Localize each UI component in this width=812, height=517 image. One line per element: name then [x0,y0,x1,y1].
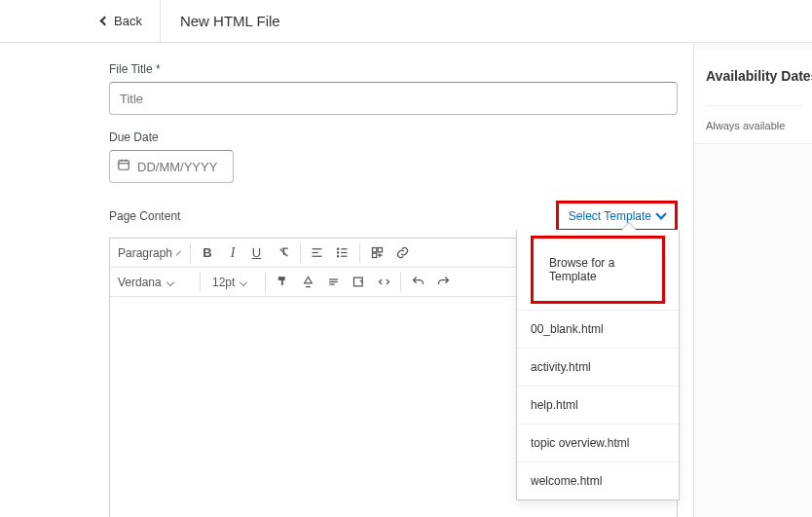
sidebar: Availability Dates Always available [693,43,812,517]
svg-point-8 [337,252,338,253]
clear-format-button[interactable] [271,240,296,266]
highlight-button[interactable] [295,270,320,295]
svg-rect-14 [378,248,382,252]
paint-button[interactable] [270,270,295,295]
back-button[interactable]: Back [0,0,161,42]
sidebar-heading: Availability Dates [706,68,802,84]
calendar-icon [117,158,130,171]
sidebar-status: Always available [706,105,802,131]
template-dropdown: Browse for a Template 00_blank.html acti… [516,230,680,500]
svg-point-7 [337,248,338,249]
align-button[interactable] [305,240,330,266]
select-template-label: Select Template [569,209,651,223]
undo-button[interactable] [405,270,430,295]
list-button[interactable] [330,240,355,266]
font-select[interactable]: Verdana [110,270,196,295]
chevron-left-icon [100,17,110,26]
bold-button[interactable]: B [195,240,220,266]
back-label: Back [114,14,142,28]
select-template-button[interactable]: Select Template [559,203,675,229]
italic-button[interactable]: I [220,240,245,266]
svg-rect-15 [372,253,376,257]
size-select[interactable]: 12pt [204,270,261,295]
due-date-label: Due Date [109,130,678,144]
page-content-label: Page Content [109,209,180,223]
dd-item-3[interactable]: topic overview.html [517,424,679,462]
page-title: New HTML File [161,13,280,29]
svg-point-9 [337,256,338,257]
dd-browse[interactable]: Browse for a Template [517,236,679,304]
insert-stuff-button[interactable] [364,240,389,266]
file-title-label: File Title * [109,62,678,76]
dd-item-2[interactable]: help.html [517,386,679,424]
redo-button[interactable] [430,270,456,295]
svg-rect-13 [372,248,376,252]
paragraph-select[interactable]: Paragraph [110,240,186,266]
dd-item-4[interactable]: welcome.html [517,462,679,499]
underline-button[interactable]: U [245,240,271,266]
file-title-input[interactable] [109,82,678,115]
chevron-down-icon [655,208,666,219]
equation-button[interactable] [320,270,346,295]
accessibility-button[interactable] [346,270,371,295]
svg-rect-0 [119,161,129,169]
dd-item-1[interactable]: activity.html [517,348,679,386]
dd-item-0[interactable]: 00_blank.html [517,310,679,348]
link-button[interactable] [389,240,415,266]
code-button[interactable] [371,270,396,295]
